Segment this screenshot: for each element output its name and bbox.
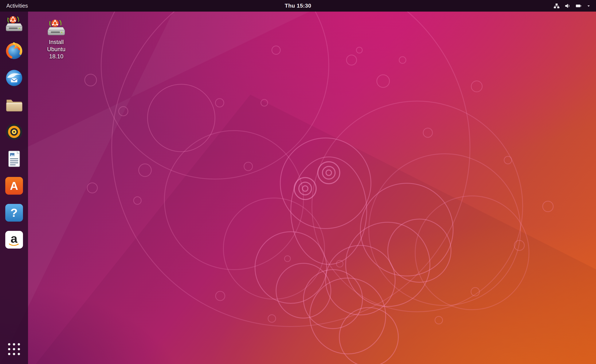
dock: A ? a — [0, 12, 28, 364]
rhythmbox-icon — [5, 123, 23, 141]
amazon-glyph: a — [11, 233, 17, 243]
activities-button[interactable]: Activities — [3, 0, 31, 12]
system-tray[interactable] — [551, 0, 593, 12]
battery-icon — [575, 3, 582, 9]
wallpaper-cuttlefish-art — [0, 0, 596, 364]
wallpaper-facet — [0, 0, 596, 364]
dock-item-rhythmbox[interactable] — [4, 122, 24, 141]
desktop-screen: Install Ubuntu 18.10 Activities Thu 15:3… — [0, 0, 596, 364]
desktop-wallpaper: Install Ubuntu 18.10 — [0, 0, 596, 364]
dock-item-help[interactable]: ? — [4, 203, 24, 222]
top-bar: Activities Thu 15:30 — [0, 0, 596, 12]
install-ubuntu-icon — [47, 18, 66, 37]
help-icon: ? — [5, 204, 23, 222]
volume-icon — [564, 3, 571, 9]
help-glyph: ? — [10, 207, 17, 219]
amazon-icon: a — [5, 231, 23, 248]
desktop-icon-install-ubuntu[interactable]: Install Ubuntu 18.10 — [40, 18, 73, 60]
thunderbird-icon — [5, 69, 23, 87]
amazon-smile-icon — [9, 243, 20, 247]
network-icon — [553, 3, 560, 9]
dock-item-libreoffice-writer[interactable] — [4, 149, 24, 168]
dock-item-thunderbird[interactable] — [4, 68, 24, 87]
firefox-icon — [5, 42, 23, 60]
show-applications-icon — [8, 343, 20, 355]
dock-item-amazon[interactable]: a — [4, 230, 24, 249]
files-icon — [5, 96, 23, 114]
clock[interactable]: Thu 15:30 — [285, 0, 311, 12]
ubuntu-software-glyph: A — [10, 180, 18, 191]
wallpaper-facet — [0, 0, 596, 364]
install-ubuntu-icon — [5, 15, 23, 33]
ubuntu-software-icon: A — [5, 177, 23, 195]
dock-item-install-ubuntu[interactable] — [4, 15, 24, 34]
libreoffice-writer-icon — [5, 150, 23, 168]
dock-item-files[interactable] — [4, 95, 24, 114]
chevron-down-icon — [586, 4, 591, 8]
show-applications-button[interactable] — [4, 340, 24, 358]
dock-item-firefox[interactable] — [4, 42, 24, 60]
dock-item-ubuntu-software[interactable]: A — [4, 176, 24, 195]
desktop-icon-label: Install Ubuntu 18.10 — [40, 39, 73, 60]
